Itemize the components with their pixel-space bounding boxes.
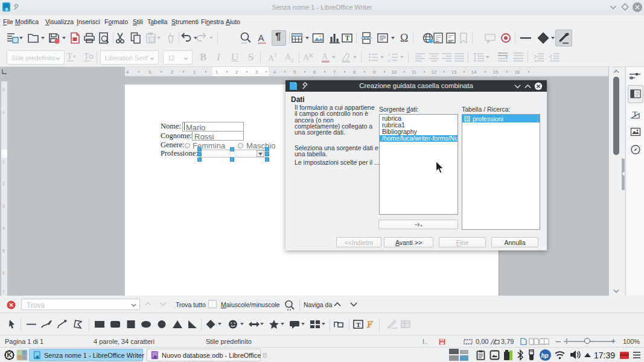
svg-text:K: K xyxy=(7,351,12,358)
svg-text:A: A xyxy=(303,53,310,62)
svg-text:A: A xyxy=(258,33,264,43)
svg-text:T: T xyxy=(345,34,350,42)
svg-text:1: 1 xyxy=(388,52,391,57)
svg-text:A: A xyxy=(322,52,328,61)
svg-text:2: 2 xyxy=(291,57,294,63)
svg-text:T: T xyxy=(356,321,361,328)
svg-text:Ω: Ω xyxy=(400,32,408,44)
svg-text:2: 2 xyxy=(274,52,277,58)
svg-text:hp: hp xyxy=(541,352,549,359)
svg-text:2: 2 xyxy=(388,59,391,63)
svg-text:T: T xyxy=(84,52,89,61)
svg-text:T: T xyxy=(67,52,72,61)
